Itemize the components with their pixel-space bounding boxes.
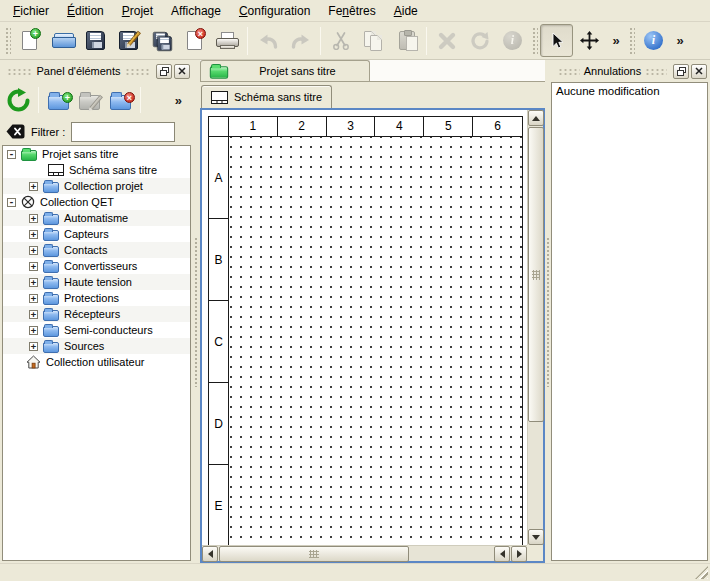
menu-configuration[interactable]: Configuration xyxy=(230,1,319,21)
save-icon xyxy=(86,31,105,50)
copy-icon xyxy=(364,31,384,51)
dock-drag-handle[interactable] xyxy=(645,67,667,75)
cut-button[interactable] xyxy=(324,24,357,57)
print-button[interactable] xyxy=(211,24,244,57)
close-dock-button[interactable] xyxy=(174,64,190,79)
toolbar-drag-handle[interactable] xyxy=(4,26,11,56)
left-splitter[interactable] xyxy=(193,60,200,563)
close-icon xyxy=(178,67,186,75)
collapse-expander-icon[interactable]: - xyxy=(7,150,16,159)
menu-fenetres[interactable]: Fenêtres xyxy=(319,1,384,21)
paste-button[interactable] xyxy=(390,24,423,57)
window-resize-grip[interactable] xyxy=(695,566,708,579)
row-label-A: A xyxy=(209,137,229,219)
column-header-4: 4 xyxy=(375,117,424,137)
schema-canvas[interactable]: 123456 ABCDE xyxy=(202,110,527,545)
tree-item-collection-qet[interactable]: -Collection QET xyxy=(3,194,190,210)
tree-item-sources[interactable]: +Sources xyxy=(3,338,190,354)
clear-filter-icon[interactable] xyxy=(6,124,25,139)
redo-button[interactable] xyxy=(284,24,317,57)
toolbar-drag-handle[interactable] xyxy=(531,26,538,56)
save-as-button[interactable] xyxy=(112,24,145,57)
info-gray-icon: i xyxy=(503,31,522,50)
edit-category-button[interactable] xyxy=(74,85,105,116)
delete-category-button[interactable]: × xyxy=(105,85,136,116)
scroll-down-button[interactable] xyxy=(528,529,544,545)
menu-projet[interactable]: Projet xyxy=(113,1,162,21)
delete-button[interactable] xyxy=(430,24,463,57)
toolbar-overflow-button-2[interactable]: » xyxy=(670,24,690,57)
tree-item-capteurs[interactable]: +Capteurs xyxy=(3,226,190,242)
new-category-button[interactable]: + xyxy=(43,85,74,116)
expand-expander-icon[interactable]: + xyxy=(29,262,38,271)
tree-item-projet-sans-titre[interactable]: -Projet sans titre xyxy=(3,146,190,162)
select-mode-button[interactable] xyxy=(540,24,573,57)
vertical-scroll-thumb[interactable] xyxy=(528,127,544,422)
filter-input[interactable] xyxy=(71,122,175,142)
scroll-left-button[interactable] xyxy=(202,546,218,562)
dock-drag-handle[interactable] xyxy=(558,67,580,75)
open-document-button[interactable] xyxy=(46,24,79,57)
expand-expander-icon[interactable]: + xyxy=(29,182,38,191)
panel-overflow-button[interactable]: » xyxy=(175,94,182,107)
undo-button[interactable] xyxy=(251,24,284,57)
tree-item-recepteurs[interactable]: +Récepteurs xyxy=(3,306,190,322)
rotate-button[interactable] xyxy=(463,24,496,57)
tree-item-protections[interactable]: +Protections xyxy=(3,290,190,306)
collapse-expander-icon[interactable]: - xyxy=(7,198,16,207)
schema-tab[interactable]: Schéma sans titre xyxy=(201,85,332,108)
schema-tab-label: Schéma sans titre xyxy=(234,91,322,103)
expand-expander-icon[interactable]: + xyxy=(29,230,38,239)
tree-item-semi-conducteurs[interactable]: +Semi-conducteurs xyxy=(3,322,190,338)
project-tab-label: Projet sans titre xyxy=(234,65,361,77)
project-tab[interactable]: Projet sans titre xyxy=(200,60,370,81)
copy-button[interactable] xyxy=(357,24,390,57)
menu-aide[interactable]: Aide xyxy=(385,1,427,21)
expand-expander-icon[interactable]: + xyxy=(29,246,38,255)
close-dock-button[interactable] xyxy=(691,64,707,79)
scroll-left-button-2[interactable] xyxy=(494,546,510,562)
undo-history-item[interactable]: Aucune modification xyxy=(552,83,707,100)
horizontal-scrollbar[interactable] xyxy=(202,545,527,561)
tree-item-collection-projet[interactable]: +Collection projet xyxy=(3,178,190,194)
dock-drag-handle[interactable] xyxy=(125,67,150,75)
float-dock-button[interactable] xyxy=(673,64,689,79)
horizontal-scroll-thumb[interactable] xyxy=(219,546,409,562)
tree-item-schema-sans-titre[interactable]: Schéma sans titre xyxy=(3,162,190,178)
menu-edition[interactable]: Édition xyxy=(58,1,113,21)
expand-expander-icon[interactable]: + xyxy=(29,278,38,287)
dock-drag-handle[interactable] xyxy=(7,67,32,75)
expand-expander-icon[interactable]: + xyxy=(29,342,38,351)
reload-collections-button[interactable] xyxy=(3,85,34,116)
toolbar-drag-handle[interactable] xyxy=(628,26,635,56)
move-cross-icon xyxy=(580,31,599,50)
scroll-right-button[interactable] xyxy=(511,546,527,562)
float-dock-button[interactable] xyxy=(156,64,172,79)
tree-item-contacts[interactable]: +Contacts xyxy=(3,242,190,258)
element-info-button[interactable]: i xyxy=(496,24,529,57)
new-document-button[interactable]: + xyxy=(13,24,46,57)
expand-expander-icon[interactable]: + xyxy=(29,294,38,303)
tree-item-label: Sources xyxy=(64,340,104,352)
pan-mode-button[interactable] xyxy=(573,24,606,57)
expand-expander-icon[interactable]: + xyxy=(29,326,38,335)
triangle-down-icon xyxy=(532,535,540,540)
toolbar-overflow-button[interactable]: » xyxy=(606,24,626,57)
save-button[interactable] xyxy=(79,24,112,57)
expand-expander-icon[interactable]: + xyxy=(29,310,38,319)
tree-item-label: Collection utilisateur xyxy=(46,356,144,368)
tree-item-label: Collection projet xyxy=(64,180,143,192)
tree-item-haute-tension[interactable]: +Haute tension xyxy=(3,274,190,290)
tree-item-collection-utilisateur[interactable]: Collection utilisateur xyxy=(3,354,190,370)
expand-expander-icon[interactable]: + xyxy=(29,214,38,223)
about-button[interactable]: i xyxy=(637,24,670,57)
menu-affichage[interactable]: Affichage xyxy=(162,1,230,21)
save-all-button[interactable] xyxy=(145,24,178,57)
scroll-up-button[interactable] xyxy=(528,110,544,126)
editor-area: Projet sans titre Schéma sans titre 1234… xyxy=(200,60,545,563)
vertical-scrollbar[interactable] xyxy=(527,110,543,545)
menu-fichier[interactable]: Fichier xyxy=(4,1,58,21)
tree-item-automatisme[interactable]: +Automatisme xyxy=(3,210,190,226)
tree-item-convertisseurs[interactable]: +Convertisseurs xyxy=(3,258,190,274)
close-document-button[interactable]: × xyxy=(178,24,211,57)
